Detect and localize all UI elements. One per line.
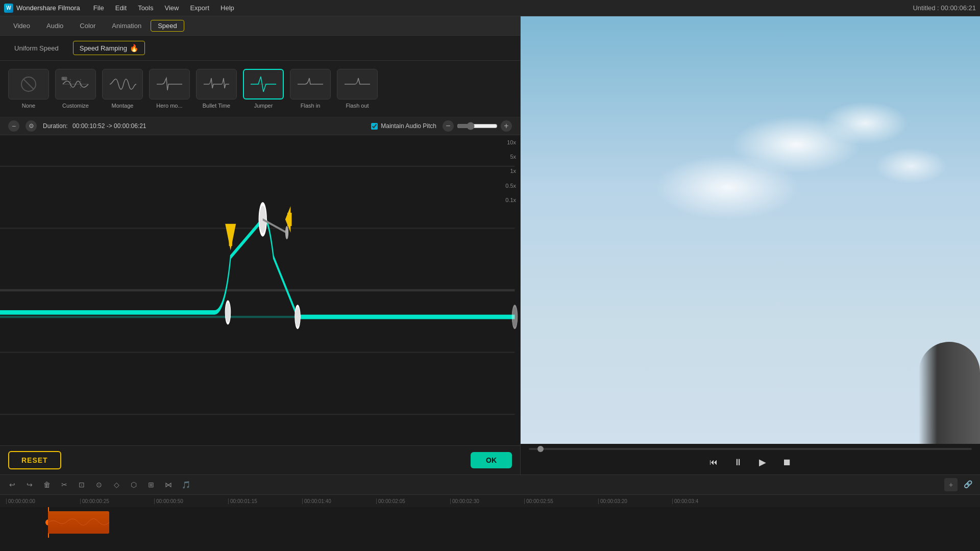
menu-file[interactable]: File <box>88 2 109 14</box>
cloud-overlay <box>521 16 980 444</box>
preset-label-flashout: Flash out <box>346 103 369 109</box>
ok-button[interactable]: OK <box>471 452 512 468</box>
app-logo: W Wondershare Filmora <box>4 4 80 13</box>
zoom-slider[interactable] <box>457 122 498 130</box>
playback-bar: ⏮ ⏸ ▶ ⏹ <box>521 444 980 474</box>
speed-label-1x: 1x <box>510 168 516 174</box>
preset-bullettime[interactable]: Bullet Time <box>196 69 237 109</box>
maintain-pitch-checkbox[interactable] <box>371 123 378 130</box>
clip-waveform <box>48 511 109 534</box>
ruler-mark-5: 00:00:02:05 <box>376 498 450 504</box>
preview-sky <box>521 16 980 444</box>
speed-dial-btn[interactable]: ⊙ <box>93 479 105 491</box>
play-btn[interactable]: ▶ <box>754 454 771 470</box>
tab-speed[interactable]: Speed <box>151 20 184 32</box>
ruler-mark-1: 00:00:00:25 <box>80 498 154 504</box>
split-btn[interactable]: ⋈ <box>162 479 175 491</box>
menu-view[interactable]: View <box>159 2 184 14</box>
window-title: Untitled : 00:00:06:21 <box>913 4 976 12</box>
menu-help[interactable]: Help <box>215 2 239 14</box>
preset-icon-customize <box>55 69 96 99</box>
tab-animation[interactable]: Animation <box>105 20 149 32</box>
progress-bar[interactable] <box>529 448 972 450</box>
preset-flashin[interactable]: Flash in <box>290 69 331 109</box>
svg-line-1 <box>23 79 34 89</box>
left-panel: Video Audio Color Animation Speed Unifor… <box>0 16 521 474</box>
jumper-svg <box>248 74 279 94</box>
tab-color[interactable]: Color <box>72 20 103 32</box>
undo-btn[interactable]: ↩ <box>6 479 18 491</box>
settings-btn[interactable]: ⚙ <box>26 120 37 132</box>
uniform-speed-tab[interactable]: Uniform Speed <box>8 42 65 55</box>
zoom-controls: − + <box>443 120 512 132</box>
speed-graph-svg <box>0 135 520 445</box>
pause-btn[interactable]: ⏸ <box>730 454 746 470</box>
speed-label-5x: 5x <box>510 154 516 160</box>
tab-video[interactable]: Video <box>6 20 37 32</box>
progress-dot[interactable] <box>537 446 544 452</box>
preset-label-flashin: Flash in <box>301 103 321 109</box>
preset-none[interactable]: None <box>8 69 49 109</box>
duration-text: Duration: 00:00:10:52 -> 00:00:06:21 <box>43 122 365 130</box>
bullettime-svg <box>201 74 232 94</box>
tab-audio[interactable]: Audio <box>39 20 70 32</box>
cut-btn[interactable]: ✂ <box>58 479 70 491</box>
stabilize-btn[interactable]: ⬡ <box>128 479 140 491</box>
add-media-btn[interactable]: + <box>944 478 958 491</box>
crop-btn[interactable]: ⊡ <box>76 479 88 491</box>
menu-items: File Edit Tools View Export Help <box>88 2 239 14</box>
keyframe-btn[interactable]: ◇ <box>110 479 122 491</box>
right-panel: ⏮ ⏸ ▶ ⏹ <box>521 16 980 474</box>
redo-btn[interactable]: ↪ <box>23 479 36 491</box>
collapse-btn[interactable]: − <box>8 120 19 132</box>
preset-label-customize: Customize <box>62 103 89 109</box>
preset-icon-none <box>8 69 49 99</box>
montage-svg <box>107 74 138 94</box>
none-svg <box>18 75 39 93</box>
preset-label-jumper: Jumper <box>254 103 273 109</box>
preset-heromo[interactable]: Hero mo... <box>149 69 190 109</box>
main-layout: Video Audio Color Animation Speed Unifor… <box>0 16 980 474</box>
svg-point-18 <box>512 306 518 328</box>
reset-button[interactable]: RESET <box>8 451 61 469</box>
preset-icon-montage <box>102 69 143 99</box>
preset-flashout[interactable]: Flash out <box>337 69 378 109</box>
ruler-mark-8: 00:00:03:20 <box>598 498 672 504</box>
duration-bar: − ⚙ Duration: 00:00:10:52 -> 00:00:06:21… <box>0 117 520 135</box>
preset-icon-bullettime <box>196 69 237 99</box>
customize-svg <box>60 74 91 94</box>
preset-customize[interactable]: Customize <box>55 69 96 109</box>
menu-tools[interactable]: Tools <box>133 2 158 14</box>
zoom-in-btn[interactable]: + <box>501 120 512 132</box>
stop-btn[interactable]: ⏹ <box>779 454 795 470</box>
ruler-mark-0: 00:00:00:00 <box>6 498 80 504</box>
track-clip[interactable] <box>48 511 109 534</box>
timeline-ruler: 00:00:00:00 00:00:00:25 00:00:00:50 00:0… <box>0 495 980 507</box>
timeline-track <box>0 507 980 538</box>
menu-edit[interactable]: Edit <box>110 2 132 14</box>
menu-export[interactable]: Export <box>185 2 214 14</box>
prop-tabs: Video Audio Color Animation Speed <box>0 16 520 36</box>
speed-ramping-tab[interactable]: Speed Ramping 🔥 <box>73 41 145 55</box>
step-back-btn[interactable]: ⏮ <box>705 454 722 470</box>
playback-controls: ⏮ ⏸ ▶ ⏹ <box>529 454 972 470</box>
preset-jumper[interactable]: Jumper <box>243 69 284 109</box>
zoom-out-btn[interactable]: − <box>443 120 454 132</box>
fire-icon: 🔥 <box>130 44 138 52</box>
zoom-fit-btn[interactable]: ⊞ <box>145 479 157 491</box>
delete-btn[interactable]: 🗑 <box>41 479 53 491</box>
svg-point-17 <box>295 306 301 328</box>
ruler-mark-9: 00:00:03:4 <box>672 498 746 504</box>
svg-point-15 <box>225 302 231 323</box>
svg-rect-22 <box>229 228 232 246</box>
maintain-pitch-label[interactable]: Maintain Audio Pitch <box>371 122 436 130</box>
heromo-svg <box>154 74 185 94</box>
audio-btn[interactable]: 🎵 <box>180 479 192 491</box>
link-btn[interactable]: 🔗 <box>962 478 974 490</box>
speed-label-05x: 0.5x <box>505 183 516 189</box>
presets-area: None Customize <box>0 61 520 117</box>
app-logo-icon: W <box>4 4 13 13</box>
preview-area <box>521 16 980 444</box>
ruler-mark-3: 00:00:01:15 <box>228 498 302 504</box>
preset-montage[interactable]: Montage <box>102 69 143 109</box>
